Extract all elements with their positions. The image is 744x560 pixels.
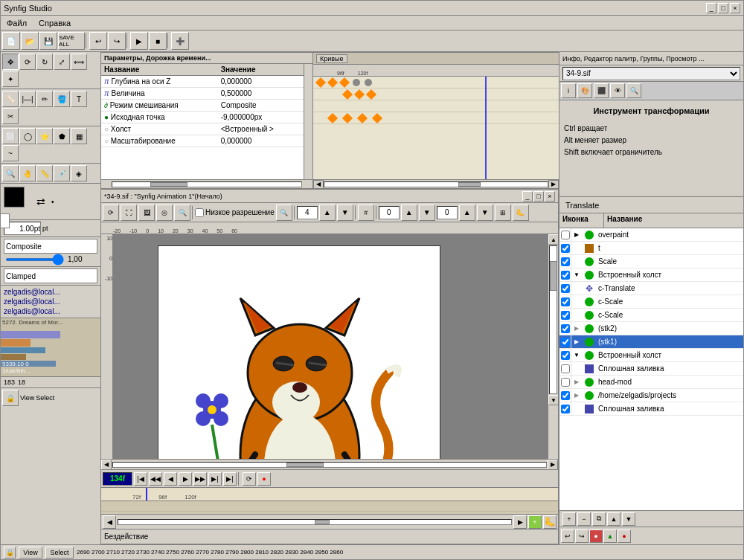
layer-cb-13[interactable]	[559, 402, 571, 415]
param-row-2[interactable]: ∂ Режим смешивания Composite	[101, 100, 304, 112]
layer-exp-3[interactable]: ▼	[571, 271, 582, 278]
layer-chk-7[interactable]	[561, 324, 570, 333]
layer-row-fill1[interactable]: Сплошная заливка	[559, 362, 743, 376]
param-row-0[interactable]: π Глубина на оси Z 0,000000	[101, 76, 304, 88]
layer-down-btn[interactable]: ▼	[622, 512, 635, 526]
smooth-move-tool[interactable]: ⟳	[19, 54, 36, 70]
tl-add-keyframe[interactable]: +	[528, 515, 542, 529]
layer-chk-13[interactable]	[561, 405, 570, 413]
layer-up-btn[interactable]: ▲	[607, 512, 620, 526]
hscroll-thumb[interactable]	[286, 463, 324, 467]
param-row-5[interactable]: ○ Масштабирование 0,000000	[101, 135, 304, 147]
menu-help[interactable]: Справка	[36, 18, 74, 28]
layer-cb-2[interactable]	[559, 255, 571, 268]
rb-btn-3[interactable]: ●	[589, 530, 603, 543]
groups-tab[interactable]: ⬛	[594, 83, 609, 98]
layer-row-stk1[interactable]: ▶ (stk1)	[559, 335, 743, 349]
layer-chk-11[interactable]	[561, 378, 570, 387]
x-down[interactable]: ▼	[419, 205, 435, 221]
grid-btn[interactable]: #	[358, 205, 374, 221]
layer-exp-8[interactable]: ▶	[571, 338, 582, 345]
play-btn[interactable]: 🦶	[513, 205, 529, 221]
vscroll-thumb[interactable]	[550, 261, 557, 291]
tl-go-start[interactable]: |◀	[134, 472, 147, 486]
canvas-tb-2[interactable]: ⛶	[121, 205, 137, 221]
maximize-button[interactable]: □	[718, 3, 728, 13]
file-selector[interactable]: 34-9.sif	[562, 67, 740, 80]
undo-btn[interactable]: ↩	[89, 32, 107, 50]
eyedrop-tool[interactable]: 💉	[54, 165, 70, 181]
y-down[interactable]: ▼	[477, 205, 493, 221]
param-row-1[interactable]: π Величина 0,500000	[101, 88, 304, 100]
params-hscrollbar[interactable]	[101, 179, 312, 188]
spline-tool[interactable]: ~	[2, 145, 19, 161]
y-up[interactable]: ▲	[459, 205, 475, 221]
canvas-vscrollbar[interactable]: ▲ ▼	[548, 234, 558, 459]
layer-exp-12[interactable]: ▶	[571, 392, 582, 399]
layer-row-fill2[interactable]: Сплошная заливка	[559, 402, 743, 416]
vscroll-track[interactable]	[549, 245, 557, 394]
layer-row-t[interactable]: t	[559, 242, 743, 255]
rotate-tool[interactable]: ↻	[36, 54, 53, 70]
tl-scroll-left[interactable]: ◀	[103, 515, 116, 529]
rb-btn-5[interactable]: ●	[618, 530, 631, 543]
kf-scroll-left[interactable]: ◀	[313, 180, 324, 189]
hscroll-left[interactable]: ◀	[101, 460, 112, 470]
node-tool[interactable]: ✦	[2, 71, 19, 87]
rect-tool[interactable]: ⬜	[2, 128, 19, 144]
gradient-tool[interactable]: ▦	[71, 128, 87, 144]
canvas-tb-4[interactable]: ◎	[156, 205, 173, 221]
canvas-max[interactable]: □	[533, 191, 544, 202]
y-pos-input[interactable]	[437, 206, 458, 219]
save-btn[interactable]: 💾	[39, 32, 57, 50]
feather-tool[interactable]: ◈	[71, 165, 87, 181]
layer-del-btn[interactable]: −	[577, 512, 591, 526]
layer-chk-6[interactable]	[561, 311, 570, 320]
draw-tool[interactable]: ✏	[36, 91, 53, 107]
tl-prev-key[interactable]: ◀◀	[149, 472, 162, 486]
layer-chk-5[interactable]	[561, 297, 570, 306]
rb-btn-1[interactable]: ↩	[561, 530, 574, 543]
background-color[interactable]	[1, 213, 10, 228]
clamp-select[interactable]: Clamped	[4, 268, 97, 283]
minimize-button[interactable]: _	[706, 3, 716, 13]
transform-tool[interactable]: ✥	[2, 54, 19, 70]
layer-row-scale[interactable]: Scale	[559, 255, 743, 268]
zoom-input[interactable]	[297, 206, 318, 219]
x-up[interactable]: ▲	[401, 205, 417, 221]
status-select-btn[interactable]: Select	[45, 547, 74, 559]
layer-row-ctranslate[interactable]: ✥ c-Translate	[559, 282, 743, 295]
layer-chk-8[interactable]	[561, 338, 570, 347]
layer-cb-7[interactable]	[559, 322, 571, 335]
tl-hscroll-track[interactable]	[118, 519, 512, 525]
layer-cb-8[interactable]	[559, 335, 571, 348]
param-row-3[interactable]: ● Исходная точка -9,000000px	[101, 112, 304, 123]
layer-cb-1[interactable]	[559, 242, 571, 254]
layer-row-zelgadis[interactable]: ▶ /home/zelgadis/projects	[559, 389, 743, 402]
kf-scroll-thumb[interactable]	[458, 182, 481, 187]
tl-record[interactable]: ●	[257, 472, 271, 486]
palette-tab[interactable]: 🎨	[577, 83, 592, 98]
tl-loop[interactable]: ⟳	[243, 472, 256, 486]
layer-mini-item-3[interactable]: zelgadis@local...	[2, 306, 99, 316]
foreground-color[interactable]	[4, 187, 25, 207]
fill-tool[interactable]: 🪣	[54, 91, 70, 107]
layer-cb-9[interactable]	[559, 349, 571, 361]
params-hscroll-track[interactable]	[112, 181, 302, 187]
lock-btn[interactable]: 🔒	[2, 390, 19, 406]
bone-tool[interactable]: 🦴	[2, 91, 19, 107]
layer-cb-5[interactable]	[559, 295, 571, 308]
canvas-surface[interactable]	[113, 234, 548, 459]
layer-chk-2[interactable]	[561, 257, 570, 266]
kf-scroll-track[interactable]	[324, 181, 548, 187]
layer-cb-10[interactable]	[559, 362, 571, 375]
layer-cb-3[interactable]	[559, 268, 571, 281]
tl-prev-frame[interactable]: ◀	[164, 472, 177, 486]
layer-row-stk2[interactable]: ▶ (stk2)	[559, 322, 743, 335]
layer-row-overpaint[interactable]: ▶ overpaint	[559, 228, 743, 242]
params-hscroll-thumb[interactable]	[150, 182, 187, 187]
circle-tool[interactable]: ◯	[19, 128, 36, 144]
layer-cb-12[interactable]	[559, 389, 571, 402]
tl-record-mode[interactable]: 🦶	[543, 515, 557, 529]
measure-tool[interactable]: 📏	[36, 165, 53, 181]
